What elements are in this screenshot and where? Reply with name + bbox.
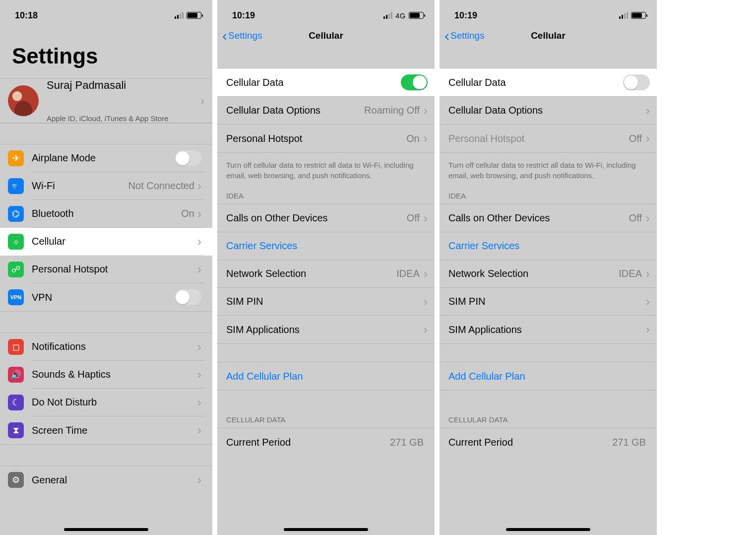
row-value: Roaming Off — [364, 105, 420, 116]
back-button[interactable]: ‹Settings — [444, 30, 485, 41]
carrier-group: Calls on Other DevicesOff›Carrier Servic… — [440, 204, 657, 344]
chevron-right-icon: › — [200, 94, 204, 108]
list-row[interactable]: Network SelectionIDEA› — [440, 260, 657, 288]
chevron-right-icon: › — [424, 323, 428, 336]
hourglass-icon: ⧗ — [8, 422, 24, 438]
add-plan-group: Add Cellular Plan — [217, 362, 435, 391]
current-period-row[interactable]: Current Period 271 GB — [217, 428, 435, 456]
cellular-data-toggle[interactable] — [623, 74, 650, 90]
chevron-right-icon: › — [424, 104, 428, 118]
settings-row-vpn[interactable]: VPNVPN — [0, 283, 212, 311]
chevron-right-icon: › — [197, 207, 201, 221]
home-indicator[interactable] — [284, 528, 368, 531]
list-row[interactable]: Personal HotspotOff› — [440, 125, 657, 152]
settings-row-sounds[interactable]: 🔊Sounds & Haptics› — [0, 361, 212, 389]
row-label: SIM PIN — [226, 296, 424, 307]
gear-icon: ⚙ — [8, 472, 24, 488]
nav-bar: ‹Settings Cellular — [440, 24, 657, 48]
row-label: Calls on Other Devices — [448, 212, 629, 224]
cellular-data-toggle-row[interactable]: Cellular Data — [217, 68, 435, 96]
chevron-right-icon: › — [646, 211, 650, 225]
row-value: On — [181, 208, 194, 219]
page-title: Settings — [0, 24, 212, 78]
status-right — [619, 12, 646, 19]
settings-row-airplane[interactable]: ✈Airplane Mode — [0, 144, 212, 172]
home-indicator[interactable] — [506, 528, 590, 531]
status-time: 10:19 — [232, 10, 255, 21]
settings-screen: 10:18 Settings Suraj Padmasali Apple ID,… — [0, 0, 212, 535]
nav-bar: ‹Settings Cellular — [217, 24, 435, 48]
profile-row[interactable]: Suraj Padmasali Apple ID, iCloud, iTunes… — [0, 78, 212, 123]
list-row[interactable]: Network SelectionIDEA› — [217, 260, 435, 288]
cellular-caption: Turn off cellular data to restrict all d… — [217, 153, 435, 183]
settings-row-general[interactable]: ⚙General› — [0, 466, 212, 494]
settings-row-dnd[interactable]: ☾Do Not Disturb› — [0, 389, 212, 416]
airplane-toggle[interactable] — [175, 150, 201, 166]
settings-row-wifi[interactable]: ᯤWi-FiNot Connected› — [0, 172, 212, 200]
list-row[interactable]: SIM Applications› — [217, 316, 435, 343]
list-row[interactable]: Calls on Other DevicesOff› — [440, 204, 657, 232]
connectivity-group: ✈Airplane ModeᯤWi-FiNot Connected›⌬Bluet… — [0, 144, 212, 312]
nav-title: Cellular — [531, 30, 566, 41]
list-row[interactable]: Carrier Services — [217, 232, 435, 260]
list-row[interactable]: Personal HotspotOn› — [217, 125, 435, 152]
usage-group: Current Period 271 GB — [440, 428, 657, 456]
status-right: 4G — [383, 11, 424, 20]
cellular-options-group: Cellular Data OptionsRoaming Off›Persona… — [217, 97, 435, 153]
vpn-toggle[interactable] — [175, 289, 201, 305]
current-period-value: 271 GB — [390, 437, 424, 448]
chevron-right-icon: › — [646, 132, 650, 145]
chevron-right-icon: › — [197, 235, 201, 249]
row-value: IDEA — [619, 268, 642, 279]
row-label: SIM Applications — [448, 324, 646, 335]
cellular-caption: Turn off cellular data to restrict all d… — [440, 153, 657, 183]
list-row[interactable]: Cellular Data OptionsRoaming Off› — [217, 97, 435, 125]
current-period-label: Current Period — [226, 437, 390, 448]
cellular-data-toggle[interactable] — [401, 74, 428, 90]
settings-row-screentime[interactable]: ⧗Screen Time› — [0, 416, 212, 444]
list-row[interactable]: SIM PIN› — [440, 288, 657, 316]
chevron-right-icon: › — [646, 295, 650, 309]
row-label: Personal Hotspot — [226, 133, 406, 144]
nav-title: Cellular — [309, 30, 343, 41]
chevron-right-icon: › — [646, 104, 650, 118]
cellular-data-row: Cellular Data — [217, 68, 435, 97]
signal-icon — [175, 12, 184, 19]
list-row[interactable]: Calls on Other DevicesOff› — [217, 204, 435, 232]
home-indicator[interactable] — [64, 528, 148, 531]
signal-icon — [619, 12, 628, 19]
current-period-row[interactable]: Current Period 271 GB — [440, 428, 657, 456]
bluetooth-icon: ⌬ — [8, 206, 24, 222]
row-label: SIM PIN — [448, 296, 646, 307]
cellular-options-group: Cellular Data Options›Personal HotspotOf… — [440, 97, 657, 153]
add-cellular-plan[interactable]: Add Cellular Plan — [440, 362, 657, 390]
chevron-left-icon: ‹ — [222, 31, 227, 40]
list-row[interactable]: SIM PIN› — [217, 288, 435, 316]
chevron-right-icon: › — [197, 423, 201, 437]
usage-header: CELLULAR DATA — [440, 391, 657, 428]
cellular-screen-on: 10:19 4G ‹Settings Cellular Cellular Dat… — [217, 0, 435, 535]
settings-row-cellular[interactable]: ⟐Cellular› — [0, 228, 212, 256]
list-row[interactable]: Carrier Services — [440, 232, 657, 260]
settings-row-hotspot[interactable]: ☍Personal Hotspot› — [0, 256, 212, 283]
cellular-data-label: Cellular Data — [226, 77, 401, 88]
add-cellular-plan[interactable]: Add Cellular Plan — [217, 362, 435, 390]
usage-header: CELLULAR DATA — [217, 391, 435, 428]
row-label: Personal Hotspot — [32, 264, 197, 275]
row-label: Carrier Services — [226, 240, 428, 252]
cellular-data-toggle-row[interactable]: Cellular Data — [440, 68, 657, 96]
list-row[interactable]: Cellular Data Options› — [440, 97, 657, 125]
battery-icon — [187, 12, 201, 19]
list-row[interactable]: SIM Applications› — [440, 316, 657, 343]
cellular-icon: ⟐ — [8, 234, 24, 250]
row-label: Wi-Fi — [32, 180, 128, 192]
row-label: Screen Time — [32, 425, 197, 436]
settings-row-bluetooth[interactable]: ⌬BluetoothOn› — [0, 200, 212, 228]
chevron-right-icon: › — [424, 267, 428, 281]
settings-row-notifications[interactable]: ◻Notifications› — [0, 333, 212, 361]
row-label: Cellular — [32, 236, 197, 247]
chevron-right-icon: › — [424, 132, 428, 145]
chevron-right-icon: › — [197, 473, 201, 487]
row-label: General — [32, 474, 197, 486]
back-button[interactable]: ‹Settings — [222, 30, 262, 41]
